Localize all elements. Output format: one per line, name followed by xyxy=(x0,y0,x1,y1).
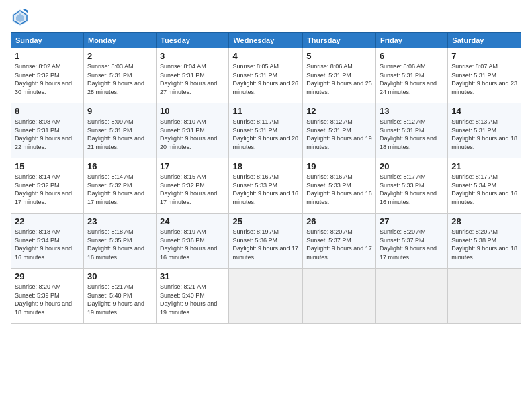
calendar-header-tuesday: Tuesday xyxy=(157,33,229,48)
day-number: 26 xyxy=(306,216,372,226)
calendar-day-26: 26 Sunrise: 8:20 AMSunset: 5:37 PMDaylig… xyxy=(303,214,376,269)
day-number: 24 xyxy=(160,216,225,226)
day-info: Sunrise: 8:15 AMSunset: 5:32 PMDaylight:… xyxy=(160,173,217,205)
day-info: Sunrise: 8:07 AMSunset: 5:31 PMDaylight:… xyxy=(451,63,517,95)
calendar-header-wednesday: Wednesday xyxy=(229,33,303,48)
day-info: Sunrise: 8:21 AMSunset: 5:40 PMDaylight:… xyxy=(160,283,217,316)
day-info: Sunrise: 8:21 AMSunset: 5:40 PMDaylight:… xyxy=(87,283,144,316)
calendar-week-3: 15 Sunrise: 8:14 AMSunset: 5:32 PMDaylig… xyxy=(11,158,521,214)
day-info: Sunrise: 8:06 AMSunset: 5:31 PMDaylight:… xyxy=(306,63,372,95)
calendar-day-2: 2 Sunrise: 8:03 AMSunset: 5:31 PMDayligh… xyxy=(83,48,156,103)
day-number: 4 xyxy=(232,51,299,61)
day-info: Sunrise: 8:18 AMSunset: 5:34 PMDaylight:… xyxy=(15,228,72,261)
day-info: Sunrise: 8:20 AMSunset: 5:37 PMDaylight:… xyxy=(306,228,372,261)
calendar-day-24: 24 Sunrise: 8:19 AMSunset: 5:36 PMDaylig… xyxy=(157,214,229,269)
day-info: Sunrise: 8:18 AMSunset: 5:35 PMDaylight:… xyxy=(87,228,144,261)
calendar-header-sunday: Sunday xyxy=(11,33,84,48)
header xyxy=(11,8,521,27)
calendar-header-thursday: Thursday xyxy=(303,33,376,48)
day-info: Sunrise: 8:13 AMSunset: 5:31 PMDaylight:… xyxy=(451,118,517,150)
day-info: Sunrise: 8:20 AMSunset: 5:38 PMDaylight:… xyxy=(451,228,517,261)
calendar-empty-cell xyxy=(448,269,521,324)
calendar-day-17: 17 Sunrise: 8:15 AMSunset: 5:32 PMDaylig… xyxy=(157,158,229,214)
day-number: 5 xyxy=(306,51,372,61)
day-info: Sunrise: 8:14 AMSunset: 5:32 PMDaylight:… xyxy=(15,173,72,205)
day-info: Sunrise: 8:08 AMSunset: 5:31 PMDaylight:… xyxy=(15,118,72,150)
calendar-day-15: 15 Sunrise: 8:14 AMSunset: 5:32 PMDaylig… xyxy=(11,158,84,214)
calendar-day-28: 28 Sunrise: 8:20 AMSunset: 5:38 PMDaylig… xyxy=(448,214,521,269)
calendar-header-friday: Friday xyxy=(375,33,447,48)
calendar-header-monday: Monday xyxy=(83,33,156,48)
day-info: Sunrise: 8:19 AMSunset: 5:36 PMDaylight:… xyxy=(160,228,217,261)
calendar-day-11: 11 Sunrise: 8:11 AMSunset: 5:31 PMDaylig… xyxy=(229,103,303,158)
day-info: Sunrise: 8:12 AMSunset: 5:31 PMDaylight:… xyxy=(380,118,437,150)
calendar-day-27: 27 Sunrise: 8:20 AMSunset: 5:37 PMDaylig… xyxy=(375,214,447,269)
calendar-day-22: 22 Sunrise: 8:18 AMSunset: 5:34 PMDaylig… xyxy=(11,214,84,269)
calendar-day-5: 5 Sunrise: 8:06 AMSunset: 5:31 PMDayligh… xyxy=(303,48,376,103)
day-number: 17 xyxy=(160,161,225,171)
calendar-day-20: 20 Sunrise: 8:17 AMSunset: 5:33 PMDaylig… xyxy=(375,158,447,214)
calendar-week-5: 29 Sunrise: 8:20 AMSunset: 5:39 PMDaylig… xyxy=(11,269,521,324)
day-number: 8 xyxy=(15,106,80,116)
day-info: Sunrise: 8:20 AMSunset: 5:37 PMDaylight:… xyxy=(380,228,437,261)
day-info: Sunrise: 8:02 AMSunset: 5:32 PMDaylight:… xyxy=(15,63,72,95)
calendar-day-19: 19 Sunrise: 8:16 AMSunset: 5:33 PMDaylig… xyxy=(303,158,376,214)
calendar-day-9: 9 Sunrise: 8:09 AMSunset: 5:31 PMDayligh… xyxy=(83,103,156,158)
calendar-day-1: 1 Sunrise: 8:02 AMSunset: 5:32 PMDayligh… xyxy=(11,48,84,103)
calendar-day-8: 8 Sunrise: 8:08 AMSunset: 5:31 PMDayligh… xyxy=(11,103,84,158)
calendar-day-16: 16 Sunrise: 8:14 AMSunset: 5:32 PMDaylig… xyxy=(83,158,156,214)
day-info: Sunrise: 8:04 AMSunset: 5:31 PMDaylight:… xyxy=(160,63,217,95)
day-number: 19 xyxy=(306,161,372,171)
day-number: 29 xyxy=(15,271,80,281)
day-info: Sunrise: 8:17 AMSunset: 5:34 PMDaylight:… xyxy=(451,173,517,205)
day-number: 22 xyxy=(15,216,80,226)
logo-icon xyxy=(11,8,30,27)
day-info: Sunrise: 8:17 AMSunset: 5:33 PMDaylight:… xyxy=(380,173,437,205)
calendar-day-14: 14 Sunrise: 8:13 AMSunset: 5:31 PMDaylig… xyxy=(448,103,521,158)
day-number: 30 xyxy=(87,271,152,281)
day-number: 16 xyxy=(87,161,152,171)
day-info: Sunrise: 8:09 AMSunset: 5:31 PMDaylight:… xyxy=(87,118,144,150)
calendar-day-23: 23 Sunrise: 8:18 AMSunset: 5:35 PMDaylig… xyxy=(83,214,156,269)
calendar-day-30: 30 Sunrise: 8:21 AMSunset: 5:40 PMDaylig… xyxy=(83,269,156,324)
day-number: 23 xyxy=(87,216,152,226)
calendar: SundayMondayTuesdayWednesdayThursdayFrid… xyxy=(11,32,521,324)
page-container: SundayMondayTuesdayWednesdayThursdayFrid… xyxy=(0,0,532,329)
calendar-empty-cell xyxy=(229,269,303,324)
day-info: Sunrise: 8:06 AMSunset: 5:31 PMDaylight:… xyxy=(380,63,437,95)
day-number: 15 xyxy=(15,161,80,171)
day-info: Sunrise: 8:14 AMSunset: 5:32 PMDaylight:… xyxy=(87,173,144,205)
calendar-week-2: 8 Sunrise: 8:08 AMSunset: 5:31 PMDayligh… xyxy=(11,103,521,158)
calendar-empty-cell xyxy=(303,269,376,324)
day-info: Sunrise: 8:19 AMSunset: 5:36 PMDaylight:… xyxy=(232,228,298,261)
calendar-day-4: 4 Sunrise: 8:05 AMSunset: 5:31 PMDayligh… xyxy=(229,48,303,103)
day-number: 1 xyxy=(15,51,80,61)
logo xyxy=(11,8,32,27)
calendar-empty-cell xyxy=(375,269,447,324)
calendar-week-1: 1 Sunrise: 8:02 AMSunset: 5:32 PMDayligh… xyxy=(11,48,521,103)
calendar-day-31: 31 Sunrise: 8:21 AMSunset: 5:40 PMDaylig… xyxy=(157,269,229,324)
calendar-day-6: 6 Sunrise: 8:06 AMSunset: 5:31 PMDayligh… xyxy=(375,48,447,103)
day-number: 13 xyxy=(380,106,444,116)
day-info: Sunrise: 8:05 AMSunset: 5:31 PMDaylight:… xyxy=(232,63,298,95)
calendar-day-3: 3 Sunrise: 8:04 AMSunset: 5:31 PMDayligh… xyxy=(157,48,229,103)
day-number: 18 xyxy=(232,161,299,171)
calendar-day-13: 13 Sunrise: 8:12 AMSunset: 5:31 PMDaylig… xyxy=(375,103,447,158)
calendar-header-saturday: Saturday xyxy=(448,33,521,48)
day-number: 14 xyxy=(451,106,517,116)
day-number: 11 xyxy=(232,106,299,116)
day-info: Sunrise: 8:16 AMSunset: 5:33 PMDaylight:… xyxy=(306,173,372,205)
day-number: 25 xyxy=(232,216,299,226)
calendar-day-7: 7 Sunrise: 8:07 AMSunset: 5:31 PMDayligh… xyxy=(448,48,521,103)
day-number: 31 xyxy=(160,271,225,281)
day-number: 2 xyxy=(87,51,152,61)
day-number: 3 xyxy=(160,51,225,61)
day-number: 20 xyxy=(380,161,444,171)
calendar-day-29: 29 Sunrise: 8:20 AMSunset: 5:39 PMDaylig… xyxy=(11,269,84,324)
calendar-day-21: 21 Sunrise: 8:17 AMSunset: 5:34 PMDaylig… xyxy=(448,158,521,214)
calendar-day-18: 18 Sunrise: 8:16 AMSunset: 5:33 PMDaylig… xyxy=(229,158,303,214)
day-info: Sunrise: 8:12 AMSunset: 5:31 PMDaylight:… xyxy=(306,118,372,150)
day-number: 7 xyxy=(451,51,517,61)
day-info: Sunrise: 8:10 AMSunset: 5:31 PMDaylight:… xyxy=(160,118,217,150)
day-info: Sunrise: 8:03 AMSunset: 5:31 PMDaylight:… xyxy=(87,63,144,95)
